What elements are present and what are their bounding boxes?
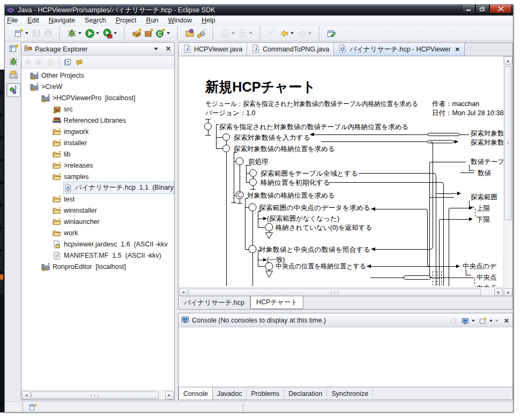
view-tab-synchronize[interactable]: Synchronize (327, 387, 373, 400)
external-tools-icon[interactable] (102, 28, 113, 39)
open-console-icon[interactable] (478, 316, 488, 326)
debug-icon[interactable] (66, 28, 77, 39)
tree-item[interactable]: Referenced Libraries (53, 115, 126, 126)
print-icon[interactable] (43, 28, 54, 39)
tree-item[interactable]: installer (53, 137, 87, 148)
next-annotation-icon[interactable] (237, 28, 248, 39)
cus-perspective-icon[interactable]: CUS (8, 69, 19, 80)
display-console-menu-icon[interactable] (472, 320, 475, 322)
link-editor-icon[interactable] (326, 28, 337, 39)
debug-perspective-icon[interactable] (8, 56, 19, 67)
tree-item[interactable]: samples (53, 171, 89, 182)
back-small-icon[interactable] (267, 28, 278, 39)
dropdown-arrow-icon[interactable] (232, 32, 235, 34)
menu-project[interactable]: Project (111, 16, 142, 25)
link-with-editor-icon[interactable] (74, 57, 85, 68)
tree-item[interactable]: test (53, 193, 75, 205)
tree-item[interactable]: imgwork (53, 126, 89, 137)
menu-navigate[interactable]: Navigate (44, 16, 80, 25)
view-tab-problems[interactable]: Problems (247, 387, 284, 400)
tree-item[interactable]: winlauncher (53, 216, 100, 227)
chart-node: 探索対象数値の格納位置を求める (234, 145, 335, 153)
fast-view-icon[interactable] (28, 403, 37, 414)
hcp-chart-canvas[interactable]: 新規HCPチャート モジュール：探索を指定された対象数値の数値テーブル内格納位置… (178, 56, 503, 287)
dropdown-arrow-icon[interactable] (291, 32, 294, 34)
view-tab-javadoc[interactable]: Javadoc (213, 387, 247, 400)
dropdown-arrow-icon[interactable] (25, 32, 28, 34)
new-package-icon[interactable] (143, 28, 154, 39)
view-tab-console[interactable]: Console (178, 387, 213, 400)
view-menu-icon[interactable] (154, 48, 158, 50)
tree-item[interactable]: J!>CreW (30, 81, 62, 92)
tree-item[interactable]: wininstaller (53, 205, 97, 216)
forward-icon[interactable] (296, 28, 307, 39)
collapse-all-icon[interactable] (62, 57, 73, 68)
maximize-button[interactable] (475, 5, 489, 13)
tree-item[interactable]: J!RonproEditor [localhost] (41, 261, 126, 272)
close-button[interactable] (489, 5, 512, 13)
hcp-file-icon (64, 184, 72, 192)
dropdown-arrow-icon[interactable] (78, 32, 81, 34)
editor-vscrollbar[interactable]: ▲ ≡ ▼ (503, 56, 512, 297)
back-icon[interactable] (279, 28, 289, 39)
console-close-icon[interactable]: ✕ (504, 317, 509, 325)
menu-window[interactable]: Window (163, 16, 197, 25)
view-close-icon[interactable]: ✕ (166, 45, 171, 52)
title-bar[interactable]: Java - HCPViewerPro/samples/バイナリサーチ.hcp … (5, 5, 513, 16)
editor-tab[interactable]: JCommandToPNG.java (247, 43, 334, 56)
dropdown-arrow-icon[interactable] (167, 32, 170, 34)
view-tab-declaration[interactable]: Declaration (284, 387, 327, 400)
tree-item[interactable]: hcpviewer.jardesc 1.6 (ASCII -kkv (53, 238, 168, 250)
open-console-menu-icon[interactable] (489, 320, 493, 322)
tree-item-label: MANIFEST.MF 1.5 (ASCII -kkv) (64, 252, 161, 259)
editor-page-tab[interactable]: HCPチャート (250, 296, 303, 309)
new-wizard-icon[interactable] (13, 28, 24, 39)
dropdown-arrow-icon[interactable] (114, 32, 117, 34)
package-explorer-hscrollbar[interactable]: ◄ | | | ► (21, 390, 174, 400)
open-perspective-icon[interactable] (8, 43, 19, 54)
search-icon[interactable] (196, 28, 207, 39)
java-perspective-icon[interactable]: J (6, 83, 20, 97)
tree-item[interactable]: work (53, 227, 78, 238)
tree-item[interactable]: J!Other Projects (30, 70, 84, 81)
pin-console-icon[interactable] (448, 316, 459, 326)
package-explorer-header[interactable]: Package Explorer ✕ (21, 43, 174, 56)
display-console-icon[interactable] (460, 316, 471, 326)
forward-icon[interactable] (34, 57, 44, 68)
tree-item-label: RonproEditor [localhost] (53, 263, 126, 271)
svg-text:!: ! (43, 99, 44, 102)
console-view: Console (No consoles to display at this … (178, 313, 513, 400)
tab-close-icon[interactable]: ✕ (455, 46, 460, 53)
tree-item[interactable]: >releases (53, 160, 93, 171)
back-icon[interactable] (22, 57, 33, 68)
menu-file[interactable]: File (2, 16, 23, 25)
menu-edit[interactable]: Edit (23, 16, 44, 25)
tree-item[interactable]: !src (53, 103, 73, 115)
tree-item[interactable]: MANIFEST.MF 1.5 (ASCII -kkv) (53, 250, 161, 261)
console-header[interactable]: Console (No consoles to display at this … (178, 313, 512, 327)
menu-run[interactable]: Run (142, 16, 163, 25)
save-icon[interactable] (31, 28, 42, 39)
tree-item[interactable]: J!>HCPViewerPro [localhost] (41, 92, 135, 103)
console-view-menu-icon[interactable] (495, 320, 498, 322)
dropdown-arrow-icon[interactable] (96, 32, 99, 34)
dropdown-arrow-icon[interactable] (249, 32, 252, 34)
dropdown-arrow-icon[interactable] (308, 32, 311, 34)
new-java-project-icon[interactable] (131, 28, 142, 39)
menu-help[interactable]: Help (197, 16, 220, 25)
last-edit-icon[interactable] (220, 28, 230, 39)
editor-page-tab[interactable]: バイナリサーチ.hcp (178, 296, 250, 309)
up-icon[interactable] (46, 57, 56, 68)
tree-item[interactable]: バイナリサーチ.hcp 1.1 (Binary (64, 182, 174, 193)
menu-search[interactable]: Search (80, 16, 111, 25)
editor-tab[interactable]: JHCPViewer.java (178, 43, 247, 56)
minimize-button[interactable] (462, 5, 475, 13)
console-body[interactable] (178, 327, 512, 387)
new-class-icon[interactable]: C (155, 28, 166, 39)
editor-tab[interactable]: バイナリサーチ.hcp - HCPViewer✕ (334, 43, 465, 56)
run-icon[interactable] (84, 28, 95, 39)
tree-item[interactable]: lib (53, 148, 71, 160)
project-icon: J! (41, 94, 50, 102)
svg-text:J: J (47, 94, 49, 98)
open-type-icon[interactable] (184, 28, 195, 39)
